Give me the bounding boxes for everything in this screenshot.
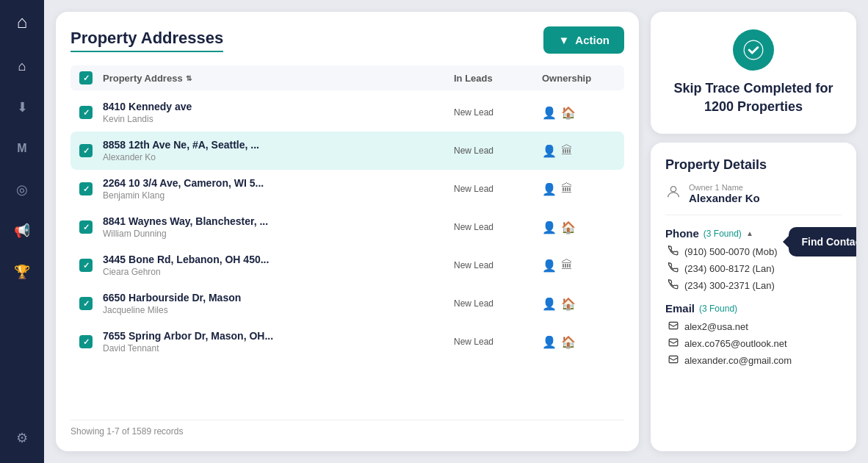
find-contact-tooltip[interactable]: Find Contact Information bbox=[789, 227, 856, 256]
property-info: 3445 Bone Rd, Lebanon, OH 450... Cieara … bbox=[103, 254, 454, 277]
sidebar-icon-settings[interactable]: ⚙ bbox=[9, 425, 35, 451]
person-icon: 👤 bbox=[542, 144, 557, 158]
skip-trace-card: Skip Trace Completed for 1200 Properties bbox=[651, 12, 856, 134]
sidebar-icon-download[interactable]: ⬇ bbox=[9, 94, 35, 121]
property-address: 6650 Harbourside Dr, Mason bbox=[103, 292, 454, 304]
sidebar: ⌂ ⌂ ⬇ M ◎ 📢 🏆 ⚙ bbox=[0, 0, 44, 463]
person-icon: 👤 bbox=[542, 297, 557, 311]
row-checkbox[interactable] bbox=[79, 220, 93, 234]
person-icon: 👤 bbox=[542, 106, 557, 120]
person-icon: 👤 bbox=[542, 259, 557, 273]
details-title: Property Details bbox=[665, 157, 842, 173]
phone-found-badge: (3 Found) bbox=[704, 229, 742, 239]
sidebar-icon-megaphone[interactable]: 📢 bbox=[9, 218, 35, 244]
property-owner: David Tennant bbox=[103, 343, 454, 353]
owner-section: Owner 1 Name Alexander Ko bbox=[665, 183, 842, 215]
panel-header: Property Addresses ▼ Action bbox=[70, 26, 624, 54]
property-address: 2264 10 3/4 Ave, Cameron, WI 5... bbox=[103, 177, 454, 189]
table-row[interactable]: 6650 Harbourside Dr, Mason Jacqueline Mi… bbox=[70, 284, 624, 323]
property-info: 7655 Spring Arbor Dr, Mason, OH... David… bbox=[103, 330, 454, 353]
sidebar-logo: ⌂ bbox=[17, 12, 28, 32]
row-checkbox[interactable] bbox=[79, 297, 93, 310]
sidebar-icon-trophy[interactable]: 🏆 bbox=[9, 259, 35, 285]
property-address: 3445 Bone Rd, Lebanon, OH 450... bbox=[103, 254, 454, 265]
phone-item: (234) 600-8172 (Lan) bbox=[665, 262, 842, 275]
property-address: 7655 Spring Arbor Dr, Mason, OH... bbox=[103, 330, 454, 342]
sort-icon[interactable]: ⇅ bbox=[186, 74, 192, 82]
skip-trace-title: Skip Trace Completed for 1200 Properties bbox=[665, 79, 842, 116]
person-icon: 👤 bbox=[542, 182, 557, 196]
property-owner: William Dunning bbox=[103, 229, 454, 239]
owner-info: Owner 1 Name Alexander Ko bbox=[689, 183, 760, 204]
mail-icon bbox=[668, 320, 679, 333]
table-footer: Showing 1-7 of 1589 records bbox=[70, 420, 624, 437]
owner-label: Owner 1 Name bbox=[689, 183, 760, 192]
row-checkbox[interactable] bbox=[79, 144, 93, 157]
panel-title: Property Addresses bbox=[70, 29, 223, 52]
table-row[interactable]: 7655 Spring Arbor Dr, Mason, OH... David… bbox=[70, 323, 624, 361]
ownership-icons: 👤 🏠 bbox=[542, 220, 615, 234]
lead-status: New Lead bbox=[454, 337, 542, 347]
property-owner: Alexander Ko bbox=[103, 152, 454, 162]
email-item: alex.co765@outlook.net bbox=[665, 337, 842, 350]
table-row[interactable]: 2264 10 3/4 Ave, Cameron, WI 5... Benjam… bbox=[70, 170, 624, 208]
svg-rect-2 bbox=[669, 323, 678, 329]
sidebar-icon-mail[interactable]: M bbox=[9, 135, 35, 162]
col-ownership: Ownership bbox=[542, 71, 615, 85]
sidebar-icon-home[interactable]: ⌂ bbox=[9, 53, 35, 79]
table-row[interactable]: 8858 12th Ave Ne, #A, Seattle, ... Alexa… bbox=[70, 132, 624, 170]
email-section: Email (3 Found) alex2@usa.net bbox=[665, 302, 842, 367]
row-checkbox[interactable] bbox=[79, 335, 93, 348]
ownership-icons: 👤 🏠 bbox=[542, 335, 615, 349]
property-info: 6650 Harbourside Dr, Mason Jacqueline Mi… bbox=[103, 292, 454, 315]
ownership-icons: 👤 🏠 bbox=[542, 297, 615, 311]
property-info: 8841 Waynes Way, Blanchester, ... Willia… bbox=[103, 215, 454, 239]
property-owner: Benjamin Klang bbox=[103, 190, 454, 201]
ownership-icons: 👤 🏠 bbox=[542, 106, 615, 120]
property-address: 8410 Kennedy ave bbox=[103, 101, 454, 112]
lead-status: New Lead bbox=[454, 298, 542, 309]
person-icon: 👤 bbox=[542, 220, 557, 234]
skip-trace-icon bbox=[733, 29, 774, 71]
row-checkbox[interactable] bbox=[79, 259, 93, 272]
sidebar-icon-target[interactable]: ◎ bbox=[9, 176, 35, 203]
property-info: 2264 10 3/4 Ave, Cameron, WI 5... Benjam… bbox=[103, 177, 454, 201]
property-details-card: Property Details Owner 1 Name Alexander … bbox=[651, 143, 856, 451]
lead-status: New Lead bbox=[454, 107, 542, 118]
phone-item: (234) 300-2371 (Lan) bbox=[665, 279, 842, 292]
action-button[interactable]: ▼ Action bbox=[543, 26, 624, 54]
tooltip-arrow: ▲ bbox=[746, 229, 753, 237]
house-icon: 🏠 bbox=[561, 297, 576, 311]
lead-status: New Lead bbox=[454, 222, 542, 232]
ownership-icons: 👤 🏛 bbox=[542, 144, 615, 158]
col-address: Property Address ⇅ bbox=[103, 71, 454, 85]
row-checkbox[interactable] bbox=[79, 182, 93, 195]
table-row[interactable]: 8841 Waynes Way, Blanchester, ... Willia… bbox=[70, 208, 624, 246]
house-icon: 🏛 bbox=[561, 144, 573, 158]
table-row[interactable]: 8410 Kennedy ave Kevin Landis New Lead 👤… bbox=[70, 93, 624, 132]
house-icon: 🏛 bbox=[561, 259, 573, 273]
main-area: Property Addresses ▼ Action Property Add… bbox=[44, 0, 868, 463]
table-body: 8410 Kennedy ave Kevin Landis New Lead 👤… bbox=[70, 93, 624, 411]
svg-point-0 bbox=[744, 40, 763, 60]
filter-icon: ▼ bbox=[558, 34, 569, 46]
house-icon: 🏛 bbox=[561, 182, 573, 196]
phone-icon bbox=[668, 279, 679, 292]
lead-status: New Lead bbox=[454, 146, 542, 156]
property-info: 8410 Kennedy ave Kevin Landis bbox=[103, 101, 454, 124]
svg-rect-4 bbox=[669, 356, 678, 363]
header-checkbox[interactable] bbox=[79, 71, 93, 85]
right-panel: Skip Trace Completed for 1200 Properties… bbox=[651, 12, 856, 451]
ownership-icons: 👤 🏛 bbox=[542, 182, 615, 196]
row-checkbox[interactable] bbox=[79, 106, 93, 119]
email-section-label: Email (3 Found) bbox=[665, 302, 842, 315]
col-leads: In Leads bbox=[454, 71, 542, 85]
table-row[interactable]: 3445 Bone Rd, Lebanon, OH 450... Cieara … bbox=[70, 246, 624, 284]
email-item: alexander.co@gmail.com bbox=[665, 354, 842, 367]
house-icon: 🏠 bbox=[561, 335, 576, 349]
ownership-icons: 👤 🏛 bbox=[542, 259, 615, 273]
house-icon: 🏠 bbox=[561, 106, 576, 120]
svg-point-1 bbox=[670, 187, 676, 192]
phone-icon bbox=[668, 245, 679, 258]
mail-icon bbox=[668, 337, 679, 350]
